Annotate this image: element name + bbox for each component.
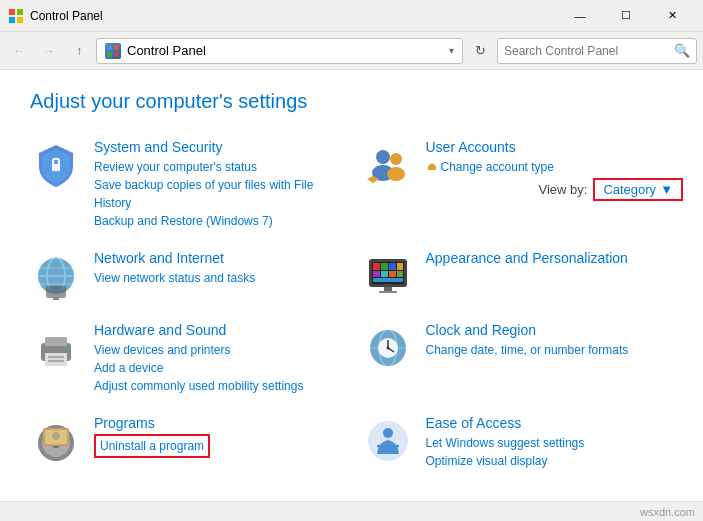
svg-rect-37 — [48, 360, 64, 362]
refresh-button[interactable]: ↻ — [467, 38, 493, 64]
svg-rect-32 — [379, 291, 397, 293]
clock-link-1[interactable]: Change date, time, or number formats — [426, 341, 629, 359]
programs-title[interactable]: Programs — [94, 415, 210, 431]
forward-button[interactable]: → — [36, 38, 62, 64]
ease-link-2[interactable]: Optimize visual display — [426, 452, 585, 470]
ease-content: Ease of Access Let Windows suggest setti… — [426, 415, 585, 470]
system-link-3[interactable]: Backup and Restore (Windows 7) — [94, 212, 342, 230]
svg-rect-29 — [397, 271, 403, 277]
svg-rect-35 — [45, 353, 67, 366]
address-icon — [105, 43, 121, 59]
hardware-link-1[interactable]: View devices and printers — [94, 341, 303, 359]
svg-rect-22 — [373, 263, 380, 270]
minimize-button[interactable]: — — [557, 0, 603, 32]
hardware-title[interactable]: Hardware and Sound — [94, 322, 303, 338]
svg-rect-19 — [53, 298, 59, 300]
user-link-1[interactable]: Change account type — [426, 158, 554, 178]
programs-content: Programs Uninstall a program — [94, 415, 210, 458]
maximize-button[interactable]: ☐ — [603, 0, 649, 32]
user-title[interactable]: User Accounts — [426, 139, 554, 155]
page-title: Adjust your computer's settings — [30, 90, 673, 113]
titlebar-icon — [8, 8, 24, 24]
network-icon — [30, 250, 82, 302]
close-button[interactable]: ✕ — [649, 0, 695, 32]
viewby-dropdown[interactable]: Category ▼ — [593, 178, 683, 201]
svg-rect-5 — [114, 45, 119, 50]
clock-content: Clock and Region Change date, time, or n… — [426, 322, 629, 359]
statusbar: wsxdn.com — [0, 501, 703, 521]
address-box[interactable]: Control Panel ▾ — [96, 38, 463, 64]
address-text: Control Panel — [127, 43, 443, 58]
hardware-icon — [30, 322, 82, 374]
system-icon — [30, 139, 82, 191]
svg-rect-24 — [389, 263, 396, 270]
category-appearance: Appearance and Personalization — [362, 244, 674, 308]
network-content: Network and Internet View network status… — [94, 250, 255, 287]
svg-rect-0 — [9, 9, 15, 15]
programs-link-1[interactable]: Uninstall a program — [94, 434, 210, 458]
svg-point-11 — [390, 153, 402, 165]
viewby-label: View by: — [538, 182, 587, 197]
titlebar-controls: — ☐ ✕ — [557, 0, 695, 32]
svg-rect-2 — [9, 17, 15, 23]
titlebar-title: Control Panel — [30, 9, 557, 23]
user-content: User Accounts Change account type — [426, 139, 554, 178]
svg-point-52 — [52, 432, 60, 440]
clock-title[interactable]: Clock and Region — [426, 322, 629, 338]
appearance-icon — [362, 250, 414, 302]
system-link-1[interactable]: Review your computer's status — [94, 158, 342, 176]
svg-rect-7 — [114, 52, 119, 57]
up-button[interactable]: ↑ — [66, 38, 92, 64]
programs-icon — [30, 415, 82, 467]
viewby-value: Category — [603, 182, 656, 197]
category-programs: Programs Uninstall a program — [30, 409, 342, 476]
svg-point-45 — [386, 347, 389, 350]
ease-icon — [362, 415, 414, 467]
svg-point-9 — [376, 150, 390, 164]
svg-point-12 — [387, 167, 405, 181]
hardware-link-2[interactable]: Add a device — [94, 359, 303, 377]
network-link-1[interactable]: View network status and tasks — [94, 269, 255, 287]
appearance-content: Appearance and Personalization — [426, 250, 628, 269]
svg-rect-31 — [384, 287, 392, 291]
svg-rect-3 — [17, 17, 23, 23]
ease-link-1[interactable]: Let Windows suggest settings — [426, 434, 585, 452]
svg-rect-26 — [373, 271, 380, 277]
address-dropdown-arrow[interactable]: ▾ — [449, 45, 454, 56]
svg-rect-23 — [381, 263, 388, 270]
hardware-content: Hardware and Sound View devices and prin… — [94, 322, 303, 395]
svg-rect-34 — [45, 337, 67, 346]
clock-icon — [362, 322, 414, 374]
appearance-title[interactable]: Appearance and Personalization — [426, 250, 628, 266]
system-content: System and Security Review your computer… — [94, 139, 342, 230]
category-clock: Clock and Region Change date, time, or n… — [362, 316, 674, 401]
svg-rect-36 — [48, 356, 64, 358]
hardware-link-3[interactable]: Adjust commonly used mobility settings — [94, 377, 303, 395]
ease-title[interactable]: Ease of Access — [426, 415, 585, 431]
main-content: View by: Category ▼ Adjust your computer… — [0, 70, 703, 521]
svg-rect-30 — [373, 278, 403, 282]
back-button[interactable]: ← — [6, 38, 32, 64]
svg-rect-1 — [17, 9, 23, 15]
svg-rect-18 — [46, 286, 66, 298]
svg-rect-27 — [381, 271, 388, 277]
svg-rect-25 — [397, 263, 403, 270]
search-input[interactable] — [504, 44, 670, 58]
user-icon — [362, 139, 414, 191]
system-link-2[interactable]: Save backup copies of your files with Fi… — [94, 176, 342, 212]
search-button[interactable]: 🔍 — [674, 43, 690, 58]
svg-rect-8 — [52, 164, 60, 171]
svg-rect-4 — [107, 45, 112, 50]
svg-point-54 — [383, 428, 393, 438]
category-ease: Ease of Access Let Windows suggest setti… — [362, 409, 674, 476]
category-hardware: Hardware and Sound View devices and prin… — [30, 316, 342, 401]
system-title[interactable]: System and Security — [94, 139, 342, 155]
svg-rect-6 — [107, 52, 112, 57]
search-box[interactable]: 🔍 — [497, 38, 697, 64]
svg-rect-28 — [389, 271, 396, 277]
titlebar: Control Panel — ☐ ✕ — [0, 0, 703, 32]
watermark: wsxdn.com — [640, 506, 695, 518]
network-title[interactable]: Network and Internet — [94, 250, 255, 266]
viewby-section: View by: Category ▼ — [538, 178, 683, 201]
category-system: System and Security Review your computer… — [30, 133, 342, 236]
